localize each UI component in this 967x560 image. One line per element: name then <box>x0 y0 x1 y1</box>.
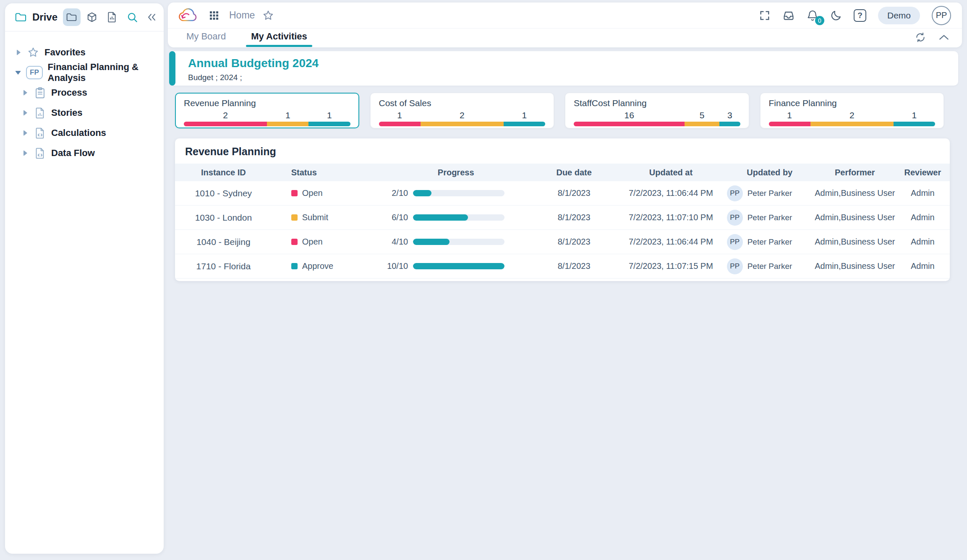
tree-item-calculations[interactable]: Calculations <box>5 123 164 143</box>
reviewer: Admin <box>896 261 950 271</box>
progress-bar <box>413 190 504 196</box>
progress-bar <box>413 263 504 269</box>
sidebar-header: Drive <box>5 3 164 31</box>
tree-item-label: Favorites <box>44 47 86 58</box>
sidebar-title: Drive <box>32 11 57 23</box>
summary-card-revenue-planning[interactable]: Revenue Planning 2 1 1 <box>175 93 359 128</box>
progress-label: 4/10 <box>380 237 408 247</box>
table-row[interactable]: 1030 - London Submit 6/10 8/1/2023 7/2/2… <box>175 206 950 230</box>
collapse-caret-icon[interactable] <box>15 71 21 75</box>
bar-segment-approve <box>308 122 350 126</box>
table-row[interactable]: 1710 - Florida Approve 10/10 8/1/2023 7/… <box>175 254 950 279</box>
help-icon[interactable]: ? <box>854 9 866 22</box>
table-row[interactable]: 1040 - Beijing Open 4/10 8/1/2023 7/2/20… <box>175 230 950 254</box>
table-row[interactable]: 1010 - Sydney Open 2/10 8/1/2023 7/2/202… <box>175 181 950 206</box>
tree-item-label: Calculations <box>51 128 106 138</box>
process-title-card: Annual Budgeting 2024 Budget ; 2024 ; <box>170 51 958 86</box>
segment-count: 1 <box>308 110 350 120</box>
progress-cell: 6/10 <box>380 213 531 222</box>
segment-count: 2 <box>810 110 894 120</box>
expand-caret-icon[interactable] <box>22 130 29 136</box>
user-avatar[interactable]: PP <box>932 6 951 25</box>
activities-table-card: Revenue Planning Instance ID Status Prog… <box>175 138 950 281</box>
progress-fill <box>413 239 450 245</box>
summary-card-staffcost-planning[interactable]: StaffCost Planning 16 5 3 <box>565 93 749 128</box>
status-cell: Open <box>272 188 380 198</box>
refresh-icon[interactable] <box>915 32 926 43</box>
drive-sidebar: Drive Favorites <box>5 3 164 554</box>
tree-item-favorites[interactable]: Favorites <box>5 42 164 63</box>
reports-file-button[interactable] <box>103 8 121 26</box>
col-header-reviewer: Reviewer <box>896 168 950 177</box>
tab-my-board[interactable]: My Board <box>186 31 226 47</box>
tree-item-process[interactable]: Process <box>5 83 164 103</box>
segment-count: 3 <box>719 110 740 120</box>
updated-by-name: Peter Parker <box>747 189 792 198</box>
expand-caret-icon[interactable] <box>22 110 29 116</box>
fp-badge: FP <box>26 66 42 79</box>
performer: Admin,Business User <box>814 188 896 198</box>
instance-id[interactable]: 1040 - Beijing <box>175 237 272 247</box>
tree-item-financial-planning[interactable]: FP Financial Planning & Analysis <box>5 63 164 83</box>
app-cloud-logo[interactable] <box>178 7 198 24</box>
file-code-icon <box>34 128 46 139</box>
instance-id[interactable]: 1710 - Florida <box>175 261 272 271</box>
segment-count: 5 <box>685 110 719 120</box>
demo-button[interactable]: Demo <box>878 7 920 24</box>
expand-caret-icon[interactable] <box>22 150 29 156</box>
due-date: 8/1/2023 <box>531 213 617 222</box>
tree-item-stories[interactable]: Stories <box>5 103 164 123</box>
col-header-due-date: Due date <box>531 168 617 177</box>
tree-item-label: Process <box>51 87 87 98</box>
collapse-panel-chevron-up-icon[interactable] <box>938 34 949 41</box>
avatar: PP <box>727 234 743 250</box>
summary-card-cost-of-sales[interactable]: Cost of Sales 1 2 1 <box>370 93 554 128</box>
files-tab-button[interactable] <box>63 8 81 26</box>
notifications-bell-icon[interactable]: 0 <box>807 9 818 22</box>
progress-cell: 10/10 <box>380 261 531 271</box>
tab-my-activities[interactable]: My Activities <box>251 31 307 47</box>
col-header-performer: Performer <box>814 168 896 177</box>
updated-by-name: Peter Parker <box>747 237 792 247</box>
bar-segment-submit <box>685 122 719 126</box>
collapse-sidebar-button[interactable] <box>145 13 158 22</box>
page-title[interactable]: Annual Budgeting 2024 <box>188 57 958 70</box>
inbox-tray-icon[interactable] <box>782 10 795 21</box>
due-date: 8/1/2023 <box>531 188 617 198</box>
expand-caret-icon[interactable] <box>15 49 22 55</box>
tree-item-data-flow[interactable]: Data Flow <box>5 143 164 163</box>
col-header-progress: Progress <box>380 168 531 177</box>
updated-by-name: Peter Parker <box>747 213 792 222</box>
segment-count: 1 <box>894 110 935 120</box>
status-label: Open <box>302 237 323 247</box>
bar-segment-approve <box>504 122 545 126</box>
summary-card-title: Finance Planning <box>769 98 936 108</box>
bar-segment-open <box>379 122 421 126</box>
app-switcher-grid-icon[interactable] <box>209 10 219 21</box>
instance-id[interactable]: 1010 - Sydney <box>175 188 272 198</box>
summary-card-finance-planning[interactable]: Finance Planning 1 2 1 <box>760 93 944 128</box>
bar-segment-open <box>769 122 810 126</box>
updated-at: 7/2/2023, 11:06:44 PM <box>617 188 725 198</box>
instance-id[interactable]: 1030 - London <box>175 213 272 223</box>
updated-by-cell: PP Peter Parker <box>725 210 814 226</box>
progress-cell: 2/10 <box>380 188 531 198</box>
search-button[interactable] <box>123 8 141 26</box>
fullscreen-icon[interactable] <box>759 10 771 21</box>
status-cell: Approve <box>272 261 380 271</box>
top-navigation-bar: Home 0 ? Demo PP <box>168 3 962 29</box>
status-cell: Submit <box>272 213 380 222</box>
progress-cell: 4/10 <box>380 237 531 247</box>
notification-count-badge: 0 <box>815 16 824 25</box>
main-content: Annual Budgeting 2024 Budget ; 2024 ; Re… <box>168 51 962 560</box>
models-cube-button[interactable] <box>83 8 101 26</box>
breadcrumb-home[interactable]: Home <box>229 10 255 21</box>
updated-at: 7/2/2023, 11:06:44 PM <box>617 237 725 247</box>
updated-by-cell: PP Peter Parker <box>725 234 814 250</box>
dark-mode-moon-icon[interactable] <box>830 10 842 21</box>
drive-folder-icon <box>15 12 27 22</box>
favorite-star-icon[interactable] <box>262 10 274 21</box>
tree-item-label: Financial Planning & Analysis <box>48 62 164 83</box>
expand-caret-icon[interactable] <box>22 90 29 96</box>
bar-segment-submit <box>810 122 894 126</box>
